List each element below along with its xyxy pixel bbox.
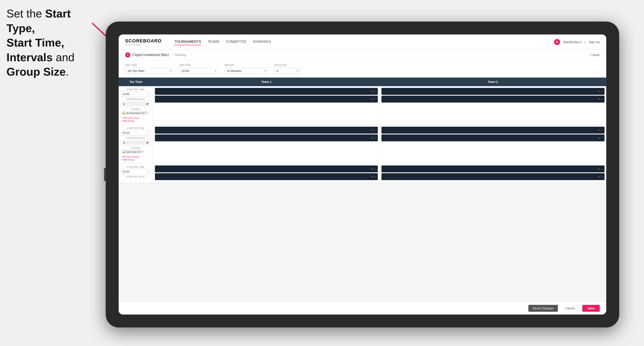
user-email: blair@clipp.io [563,40,582,44]
group-2-team1: ✕ ○ ✕ ○ [153,125,380,164]
player-info-icon[interactable]: ○ [374,129,376,131]
player-edit-icon[interactable]: ✕ [598,90,600,93]
group-size-select[interactable]: 3 2 4 [274,68,300,74]
group-1-teams: ✕ ○ ✕ ○ ✕ ○ ✕ [153,86,606,125]
header-team1: Team 1 [153,78,380,86]
bold-intervals: Intervals [6,51,53,64]
start-type-select[interactable]: 1st Tee Start Shotgun Start [125,68,172,74]
clock-icon-3: ⏱ [147,171,149,173]
breadcrumb-bar: C Clippd Invitational (Mar) › Hosting < … [119,49,606,60]
player-info-icon[interactable]: ○ [601,137,603,139]
player-row: ✕ ○ [155,135,378,141]
player-info-icon[interactable]: ○ [374,168,376,170]
group-3-time-value: 10:20 ⏱ [121,169,151,174]
player-edit-icon[interactable]: ✕ [598,168,600,171]
breadcrumb-section: Hosting [174,53,186,57]
hole-select-wrapper-1: 110 [122,102,149,106]
group-1-hole-label: STARTING HOLE: [121,98,151,100]
intervals-select[interactable]: 10 Minutes 8 Minutes 12 Minutes [224,68,268,74]
breadcrumb-icon: C [125,52,130,57]
nav-tournaments[interactable]: TOURNAMENTS [174,39,201,45]
player-edit-icon[interactable]: ✕ [371,168,373,171]
player-edit-icon[interactable]: ✕ [598,129,600,132]
player-info-icon[interactable]: ○ [374,90,376,93]
player-info-icon[interactable]: ○ [374,98,376,100]
cancel-button[interactable]: Cancel [561,305,579,312]
main-content: Tee Time Team 1 Team 2 STARTING TIME: 10… [119,78,606,302]
hole-select-1[interactable]: 110 [122,102,149,106]
group-2-teams: ✕ ○ ✕ ○ ✕ ○ ✕ [153,125,606,164]
remove-group-1[interactable]: ○ Remove Group [121,117,151,119]
player-info-icon[interactable]: ○ [601,98,603,100]
player-info-icon[interactable]: ○ [601,129,603,131]
group-1-hole-value: 110 [121,101,151,107]
group-1-time-value: 10:00 ⏱ [121,91,151,97]
hole-select-2[interactable]: 110 [122,141,149,145]
nav-separator: | [585,40,586,44]
bold-group-size: Group Size [6,65,66,78]
group-2-course-tag: ⛳ East Lake GC ✕ [121,150,151,154]
add-group-1[interactable]: + Add Group [121,120,151,122]
group-size-label: Group Size [274,64,300,67]
group-3-time-label: STARTING TIME: [121,166,151,168]
start-time-label: Start Time [179,64,218,67]
group-2-actions: ○ Remove Group + Add Group [121,155,151,161]
start-type-label: Start Type [125,64,172,67]
player-info-icon[interactable]: ○ [601,90,603,93]
group-row-2: STARTING TIME: 10:10 ⏱ STARTING HOLE: 11… [119,125,606,164]
nav-teams[interactable]: TEAMS [208,39,220,45]
user-avatar: B [554,39,560,45]
back-button[interactable]: < Back [590,53,600,57]
add-group-2[interactable]: + Add Group [121,158,151,161]
player-edit-icon[interactable]: ✕ [598,98,600,101]
player-info-icon[interactable]: ○ [374,137,376,139]
tablet-screen: SCOREBOARD Powered by clipp.io TOURNAMEN… [119,34,606,315]
breadcrumb-tournament[interactable]: Clippd Invitational (Mar) [132,53,169,57]
intervals-group: Intervals 10 Minutes 8 Minutes 12 Minute… [224,64,268,74]
player-edit-icon[interactable]: ✕ [598,137,600,139]
player-info-icon[interactable]: ○ [601,175,603,178]
nav-rankings[interactable]: RANKINGS [253,39,271,45]
course-remove-2[interactable]: ✕ [142,151,143,153]
group-2-time-value: 10:10 ⏱ [121,130,151,136]
instruction-period: . [66,65,68,78]
player-row: ✕ ○ [155,166,378,172]
tablet-side-button [104,168,106,181]
player-info-icon[interactable]: ○ [601,168,603,170]
player-row: ✕ ○ [382,135,604,141]
instruction-and: and [53,51,74,64]
clock-icon-1: ⏱ [147,93,149,95]
player-edit-icon[interactable]: ✕ [598,175,600,178]
group-3-hole-label: STARTING HOLE: [121,175,151,178]
remove-group-2[interactable]: ○ Remove Group [121,155,151,158]
group-3-team2: ✕ ○ ✕ ○ [380,164,606,183]
group-1-left: STARTING TIME: 10:00 ⏱ STARTING HOLE: 11… [119,86,153,125]
player-info-icon[interactable]: ○ [374,175,376,178]
player-edit-icon[interactable]: ✕ [371,175,373,178]
logo-area: SCOREBOARD Powered by clipp.io [125,38,162,46]
group-2-hole-label: STARTING HOLE: [121,137,151,139]
player-edit-icon[interactable]: ✕ [371,90,373,93]
group-3-left: STARTING TIME: 10:20 ⏱ STARTING HOLE: [119,164,153,183]
sign-out-link[interactable]: Sign out [589,40,600,44]
group-1-actions: ○ Remove Group + Add Group [121,117,151,122]
header-tee-time: Tee Time [119,78,153,86]
course-remove-1[interactable]: ✕ [146,112,147,114]
group-2-hole-value: 110 [121,140,151,146]
player-edit-icon[interactable]: ✕ [371,98,373,101]
clock-icon-2: ⏱ [147,132,149,134]
start-time-select[interactable]: 10:00 09:00 11:00 [179,68,218,74]
player-row: ✕ ○ [155,127,378,134]
breadcrumb-separator: › [171,53,172,57]
nav-committee[interactable]: COMMITTEE [226,39,246,45]
save-button[interactable]: Save [582,305,600,312]
player-edit-icon[interactable]: ✕ [371,129,373,132]
group-1-time-label: STARTING TIME: [121,88,151,91]
group-1-course-label: COURSE: [121,108,151,111]
player-row: ✕ ○ [382,96,604,103]
reset-changes-button[interactable]: Reset Changes [528,305,558,312]
player-row: ✕ ○ [382,88,604,95]
player-edit-icon[interactable]: ✕ [371,137,373,139]
instruction-line1: Set the Start Type, [6,7,71,34]
group-2-time-label: STARTING TIME: [121,127,151,130]
